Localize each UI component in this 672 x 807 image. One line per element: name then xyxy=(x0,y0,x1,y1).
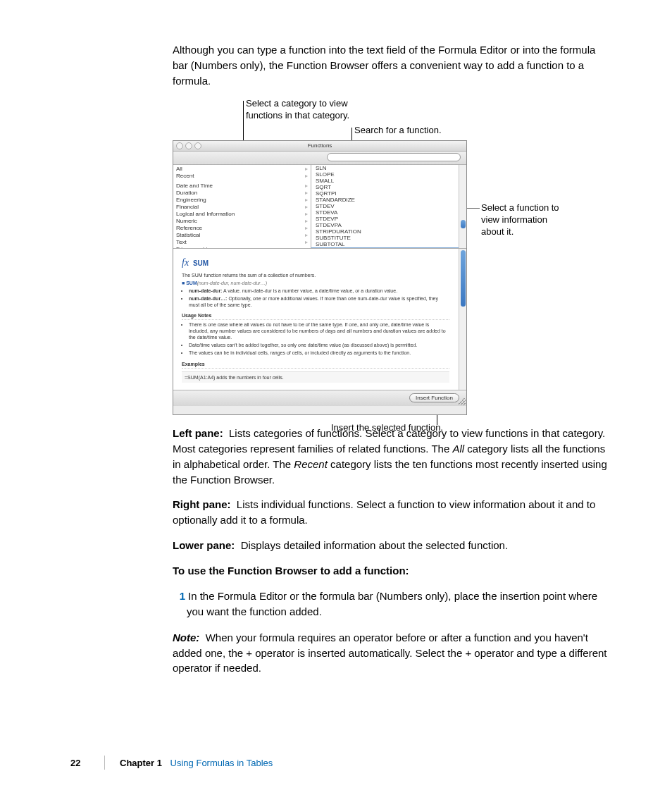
scrollbar-thumb[interactable] xyxy=(461,220,466,228)
scrollbar-thumb[interactable] xyxy=(461,250,466,307)
category-item[interactable]: Duration▸ xyxy=(173,190,311,197)
zoom-icon[interactable] xyxy=(194,142,201,149)
window-titlebar: Functions xyxy=(173,141,466,152)
lower-pane-description: Lower pane: Displays detailed informatio… xyxy=(173,538,609,553)
category-item[interactable]: Reference▸ xyxy=(173,225,311,232)
example-box: =SUM(A1:A4) adds the numbers in four cel… xyxy=(182,371,449,383)
howto-heading: To use the Function Browser to add a fun… xyxy=(173,563,609,579)
usage-notes-heading: Usage Notes xyxy=(182,312,449,320)
function-item[interactable]: SLN xyxy=(311,165,466,171)
category-item[interactable]: Financial▸ xyxy=(173,204,311,211)
function-browser-window: Functions All▸Recent▸Date and Time▸Durat… xyxy=(173,140,467,415)
function-list-pane: SLNSLOPESMALLSQRTSQRTPISTANDARDIZESTDEVS… xyxy=(311,165,466,248)
step-number: 1 xyxy=(173,589,188,604)
close-icon[interactable] xyxy=(176,142,183,149)
function-item[interactable]: SQRT xyxy=(311,184,466,190)
callout-insert: Insert the selected function. xyxy=(331,422,443,434)
callout-select-function: Select a function to view information ab… xyxy=(481,202,573,238)
traffic-lights[interactable] xyxy=(176,142,201,149)
function-item[interactable]: STDEVP xyxy=(311,216,466,222)
fx-icon: fx xyxy=(182,257,189,268)
category-item[interactable]: Numeric▸ xyxy=(173,218,311,225)
chapter-label: Chapter 1 Using Formulas in Tables xyxy=(120,757,273,770)
window-title: Functions xyxy=(308,142,332,149)
usage-note-item: There is one case where all values do no… xyxy=(189,321,449,340)
category-item[interactable]: Text▸ xyxy=(173,239,311,246)
function-item[interactable]: SMALL xyxy=(311,178,466,184)
usage-notes-list: There is one case where all values do no… xyxy=(182,321,449,356)
intro-paragraph: Although you can type a function into th… xyxy=(173,42,609,88)
window-footer: Insert Function xyxy=(173,390,466,406)
function-list[interactable]: SLNSLOPESMALLSQRTSQRTPISTANDARDIZESTDEVS… xyxy=(311,165,466,248)
callout-category: Select a category to view functions in t… xyxy=(246,98,351,122)
arg-item: num-date-dur…: Optionally, one or more a… xyxy=(189,295,449,308)
detail-pane: fx SUM The SUM function returns the sum … xyxy=(173,249,466,390)
function-item[interactable]: SQRTPI xyxy=(311,190,466,197)
function-item[interactable]: STDEV xyxy=(311,203,466,209)
category-item[interactable]: Recent▸ xyxy=(173,173,311,180)
function-item[interactable]: SUBTOTAL xyxy=(311,241,466,247)
search-row xyxy=(173,152,466,165)
detail-signature: ■ SUM(num-date-dur, num-date-dur…) xyxy=(182,280,449,286)
function-item[interactable]: STRIPDURATION xyxy=(311,228,466,235)
scrollbar[interactable] xyxy=(459,165,466,248)
search-input[interactable] xyxy=(327,153,461,161)
step-1: 1In the Formula Editor or the formula ba… xyxy=(187,589,609,620)
examples-heading: Examples xyxy=(182,361,449,369)
resize-grip-icon[interactable] xyxy=(459,398,466,405)
step-note: Note: When your formula requires an oper… xyxy=(173,630,609,676)
category-item[interactable]: Engineering▸ xyxy=(173,197,311,204)
category-list[interactable]: All▸Recent▸Date and Time▸Duration▸Engine… xyxy=(173,165,311,248)
function-item[interactable]: STANDARDIZE xyxy=(311,197,466,203)
function-item[interactable]: SUM xyxy=(311,247,466,248)
category-item[interactable]: Logical and Information▸ xyxy=(173,211,311,218)
category-item[interactable]: Statistical▸ xyxy=(173,232,311,239)
category-item[interactable]: Date and Time▸ xyxy=(173,183,311,190)
function-browser-figure: Select a category to view functions in t… xyxy=(173,98,645,426)
footer-divider xyxy=(104,756,105,770)
right-pane-description: Right pane: Lists individual functions. … xyxy=(173,497,609,528)
scrollbar[interactable] xyxy=(459,249,466,390)
left-pane-description: Left pane: Lists categories of functions… xyxy=(173,426,609,487)
arg-item: num-date-dur: A value. num-date-dur is a… xyxy=(189,288,449,294)
function-item[interactable]: STDEVPA xyxy=(311,222,466,228)
detail-fn-name: SUM xyxy=(193,259,209,267)
page-footer: 22 Chapter 1 Using Formulas in Tables xyxy=(70,757,672,778)
insert-function-button[interactable]: Insert Function xyxy=(409,393,459,402)
args-list: num-date-dur: A value. num-date-dur is a… xyxy=(182,288,449,308)
function-item[interactable]: SUBSTITUTE xyxy=(311,235,466,241)
usage-note-item: The values can be in individual cells, r… xyxy=(189,350,449,356)
callout-search: Search for a function. xyxy=(354,125,442,137)
function-item[interactable]: SLOPE xyxy=(311,171,466,178)
function-item[interactable]: STDEVA xyxy=(311,209,466,216)
detail-description: The SUM function returns the sum of a co… xyxy=(182,272,449,278)
usage-note-item: Date/time values can't be added together… xyxy=(189,342,449,348)
category-item[interactable]: All▸ xyxy=(173,166,311,173)
page-number: 22 xyxy=(70,757,80,770)
category-item[interactable]: Trigonometric▸ xyxy=(173,246,311,248)
minimize-icon[interactable] xyxy=(185,142,192,149)
detail-heading: fx SUM xyxy=(182,256,458,270)
